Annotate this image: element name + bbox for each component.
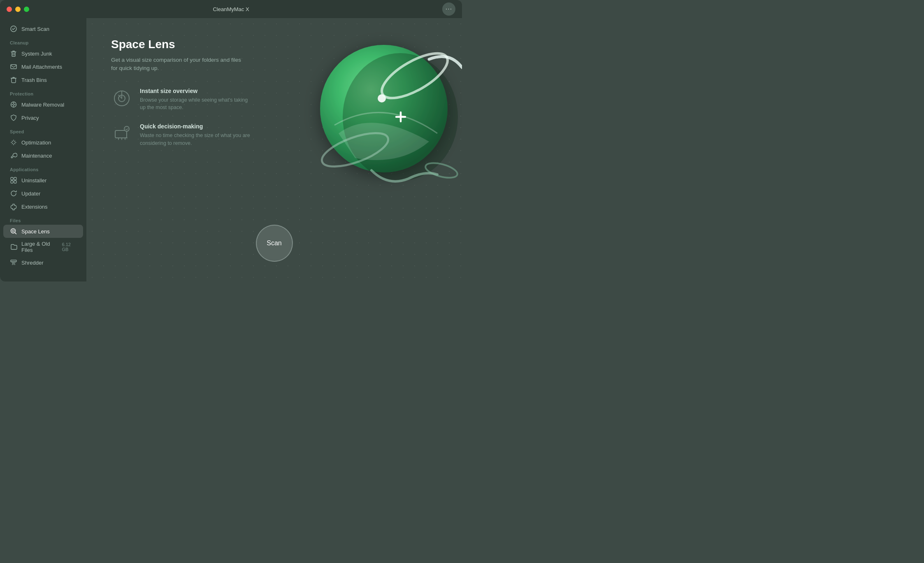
feature-instant-overview-text: Instant size overview Browse your storag… — [140, 88, 251, 112]
svg-rect-7 — [14, 181, 16, 183]
feature-instant-overview: Instant size overview Browse your storag… — [111, 88, 251, 112]
menu-button[interactable]: ··· — [442, 2, 455, 16]
sidebar-item-extensions[interactable]: Extensions — [3, 200, 83, 213]
page-description: Get a visual size comparison of your fol… — [111, 56, 243, 73]
traffic-lights — [7, 7, 29, 12]
privacy-icon — [10, 114, 17, 121]
scan-button[interactable]: Scan — [256, 225, 293, 262]
maximize-button[interactable] — [24, 7, 29, 12]
updater-icon — [10, 190, 17, 197]
sidebar-item-label: Updater — [21, 191, 40, 197]
minimize-button[interactable] — [15, 7, 21, 12]
sidebar-item-label: System Junk — [21, 51, 52, 57]
svg-rect-6 — [11, 181, 13, 183]
close-button[interactable] — [7, 7, 12, 12]
file-size-badge: 6.12 GB — [62, 242, 77, 252]
feature-description: Browse your storage while seeing what's … — [140, 96, 251, 112]
extensions-icon — [10, 203, 17, 210]
sidebar-item-large-old-files[interactable]: Large & Old Files 6.12 GB — [3, 238, 83, 256]
uninstaller-icon — [10, 177, 17, 184]
svg-point-10 — [12, 230, 14, 232]
section-label-cleanup: Cleanup — [0, 35, 86, 47]
sidebar-item-label: Mail Attachments — [21, 64, 62, 70]
app-window: CleanMyMac X ··· Smart Scan Cleanup — [0, 0, 462, 282]
mail-attachments-icon — [10, 63, 17, 70]
menu-icon: ··· — [446, 5, 452, 13]
feature-title: Quick decision-making — [140, 123, 251, 130]
feature-description: Waste no time checking the size of what … — [140, 132, 251, 147]
svg-rect-5 — [14, 177, 16, 180]
sidebar-item-optimization[interactable]: Optimization — [3, 136, 83, 149]
section-label-applications: Applications — [0, 162, 86, 174]
section-label-speed: Speed — [0, 124, 86, 136]
sidebar-item-uninstaller[interactable]: Uninstaller — [3, 174, 83, 187]
svg-rect-1 — [11, 65, 16, 69]
features-list: Instant size overview Browse your storag… — [111, 88, 251, 147]
window-title: CleanMyMac X — [213, 6, 249, 12]
content-area: Space Lens Get a visual size comparison … — [86, 18, 462, 282]
svg-rect-4 — [11, 177, 13, 180]
page-title: Space Lens — [111, 38, 175, 51]
feature-quick-decision: Quick decision-making Waste no time chec… — [111, 123, 251, 147]
quick-decision-icon-wrap — [111, 123, 132, 144]
sidebar-item-label: Smart Scan — [21, 26, 49, 32]
sidebar-item-smart-scan[interactable]: Smart Scan — [3, 22, 83, 35]
titlebar: CleanMyMac X ··· — [0, 0, 462, 18]
sidebar-item-label: Uninstaller — [21, 177, 46, 184]
sidebar-item-label: Malware Removal — [21, 102, 64, 108]
svg-rect-14 — [115, 130, 127, 138]
instant-overview-icon-wrap — [111, 88, 132, 109]
svg-line-9 — [15, 233, 16, 234]
sidebar-item-label: Optimization — [21, 140, 51, 146]
system-junk-icon — [10, 50, 17, 57]
smart-scan-icon — [10, 25, 17, 33]
svg-rect-11 — [11, 260, 16, 262]
maintenance-icon — [10, 152, 17, 159]
sidebar-item-malware-removal[interactable]: Malware Removal — [3, 98, 83, 111]
sidebar-item-label: Space Lens — [21, 228, 50, 235]
shredder-icon — [10, 259, 17, 266]
sidebar-item-label: Maintenance — [21, 153, 52, 159]
sidebar: Smart Scan Cleanup System Junk — [0, 18, 86, 282]
sidebar-item-label: Extensions — [21, 204, 48, 210]
optimization-icon — [10, 139, 17, 146]
sidebar-item-label: Shredder — [21, 260, 43, 266]
sidebar-item-maintenance[interactable]: Maintenance — [3, 149, 83, 162]
sidebar-item-label: Privacy — [21, 115, 39, 121]
sidebar-item-privacy[interactable]: Privacy — [3, 111, 83, 124]
section-label-protection: Protection — [0, 86, 86, 98]
sidebar-item-mail-attachments[interactable]: Mail Attachments — [3, 60, 83, 73]
trash-bins-icon — [10, 76, 17, 84]
sidebar-item-label: Large & Old Files — [21, 241, 58, 253]
main-layout: Smart Scan Cleanup System Junk — [0, 18, 462, 282]
space-lens-icon — [10, 228, 17, 235]
svg-point-3 — [13, 104, 14, 105]
feature-quick-decision-text: Quick decision-making Waste no time chec… — [140, 123, 251, 147]
sidebar-item-trash-bins[interactable]: Trash Bins — [3, 73, 83, 86]
sidebar-item-shredder[interactable]: Shredder — [3, 256, 83, 269]
feature-title: Instant size overview — [140, 88, 251, 94]
scan-button-label: Scan — [267, 240, 281, 247]
instant-overview-icon — [113, 89, 131, 107]
sidebar-item-space-lens[interactable]: Space Lens — [3, 225, 83, 238]
malware-removal-icon — [10, 101, 17, 108]
sidebar-item-updater[interactable]: Updater — [3, 187, 83, 200]
sidebar-item-system-junk[interactable]: System Junk — [3, 47, 83, 60]
quick-decision-icon — [113, 125, 131, 143]
sidebar-item-label: Trash Bins — [21, 77, 47, 83]
svg-point-15 — [124, 126, 129, 131]
planet-illustration — [302, 26, 462, 199]
section-label-files: Files — [0, 213, 86, 225]
scan-button-wrap: Scan — [256, 225, 293, 262]
large-old-files-icon — [10, 243, 17, 251]
